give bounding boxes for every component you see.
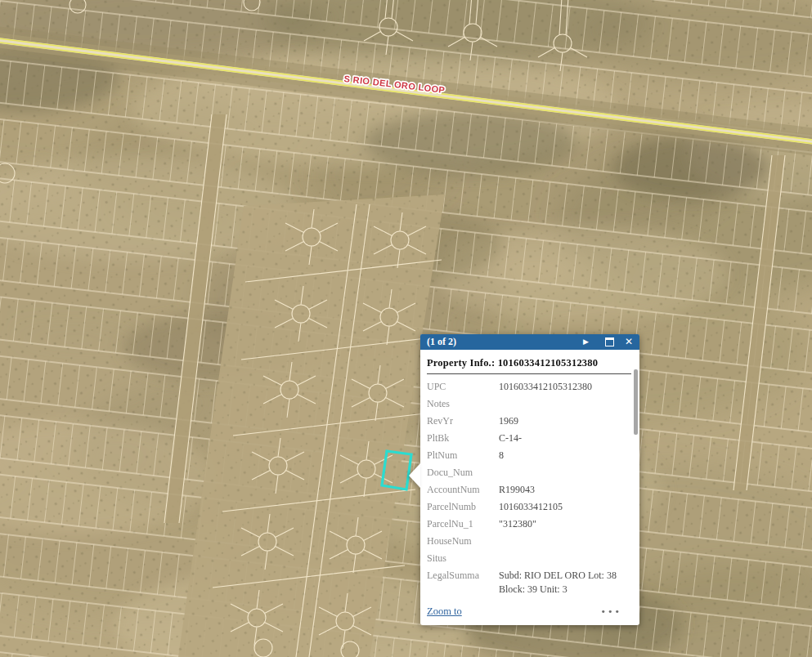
popup-footer: Zoom to ••• (427, 602, 631, 620)
popup-pagination: (1 of 2) (427, 336, 456, 348)
field-row-parcelnu1: ParcelNu_1 "312380" (427, 516, 631, 533)
field-row-pltbk: PltBk C-14- (427, 430, 631, 447)
maximize-icon[interactable] (605, 337, 614, 346)
map-canvas[interactable]: S RIO DEL ORO LOOP (0, 0, 812, 657)
field-row-accountnum: AccountNum R199043 (427, 481, 631, 498)
popup-title: Property Info.: 1016033412105312380 (427, 357, 631, 369)
popup-body: Property Info.: 1016033412105312380 UPC … (420, 350, 639, 625)
field-row-notes: Notes (427, 396, 631, 413)
gis-map-viewer: S RIO DEL ORO LOOP (1 of 2) ▶ ✕ Property… (0, 0, 812, 657)
field-row-docunum: Docu_Num (427, 464, 631, 481)
popup-header: (1 of 2) ▶ ✕ (420, 334, 639, 350)
field-row-revyr: RevYr 1969 (427, 413, 631, 430)
popup-scrollbar[interactable] (634, 369, 638, 435)
field-row-upc: UPC 1016033412105312380 (427, 378, 631, 396)
field-row-housenum: HouseNum (427, 533, 631, 550)
title-separator (427, 373, 631, 374)
field-row-parcelnumb: ParcelNumb 1016033412105 (427, 498, 631, 516)
field-row-situs: Situs (427, 550, 631, 567)
next-feature-icon[interactable]: ▶ (583, 334, 589, 350)
more-options-icon[interactable]: ••• (601, 606, 631, 617)
field-row-legalsumma: LegalSumma Subd: RIO DEL ORO Lot: 38 Blo… (427, 567, 631, 597)
field-row-pltnum: PltNum 8 (427, 447, 631, 464)
popup-callout-arrow (409, 463, 420, 488)
close-icon[interactable]: ✕ (625, 334, 633, 350)
property-info-popup: (1 of 2) ▶ ✕ Property Info.: 10160334121… (420, 334, 639, 625)
zoom-to-link[interactable]: Zoom to (427, 606, 462, 618)
